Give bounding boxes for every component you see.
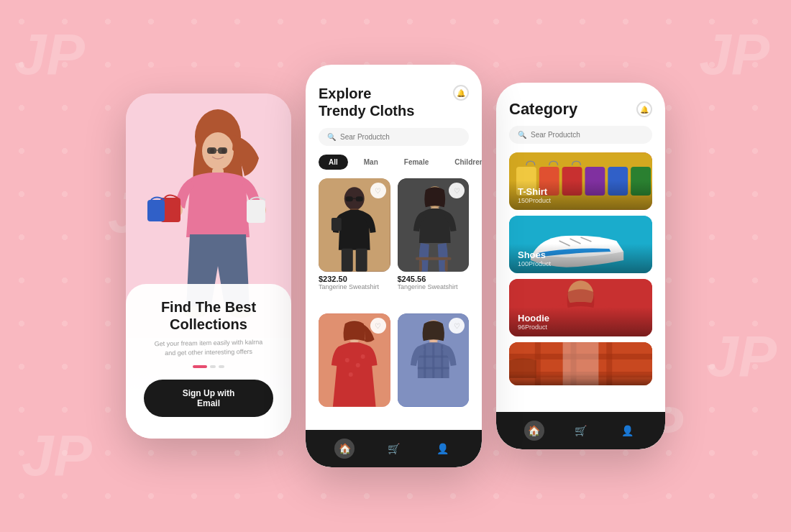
cat-nav-home-icon[interactable]: 🏠 bbox=[524, 421, 544, 441]
svg-rect-22 bbox=[356, 196, 363, 201]
watermark-5: JP bbox=[22, 423, 92, 489]
category-card-tshirt[interactable]: T-Shirt 150Product bbox=[509, 152, 652, 210]
product-card-2: ♡ $245.56 Tangerine Sweatshirt bbox=[398, 178, 470, 306]
product-card-4: ♡ bbox=[398, 313, 470, 423]
category-bell-icon[interactable]: 🔔 bbox=[636, 101, 652, 117]
category-search-input[interactable] bbox=[531, 131, 644, 139]
cat-all-button[interactable]: All bbox=[319, 155, 348, 170]
signup-button[interactable]: Sign Up with Email bbox=[144, 380, 273, 417]
product-card-1: ♡ $232.50 Tangerine Sweatshirt bbox=[319, 178, 390, 306]
svg-rect-30 bbox=[444, 260, 447, 272]
bell-icon[interactable]: 🔔 bbox=[453, 85, 469, 101]
category-bottom-nav: 🏠 🛒 👤 bbox=[496, 412, 665, 449]
category-header: Category 🔔 bbox=[496, 83, 665, 126]
dot-1 bbox=[193, 365, 207, 368]
onboard-content-area: Find The Best Collections Get your fream… bbox=[126, 284, 291, 439]
shoes-overlay: Shoes 100Product bbox=[509, 244, 652, 273]
svg-rect-14 bbox=[218, 147, 227, 154]
category-search-bar[interactable]: 🔍 bbox=[509, 126, 652, 144]
phone-explore: Explore Trendy Cloths 🔔 🔍 All Man Female… bbox=[306, 65, 482, 467]
nav-home-icon[interactable]: 🏠 bbox=[334, 439, 355, 459]
search-icon: 🔍 bbox=[327, 133, 336, 141]
hoodie-count: 96Product bbox=[518, 324, 644, 331]
svg-rect-24 bbox=[332, 218, 342, 231]
svg-rect-9 bbox=[147, 200, 165, 221]
svg-rect-13 bbox=[207, 147, 216, 154]
tshirt-overlay: T-Shirt 150Product bbox=[509, 180, 652, 210]
svg-point-34 bbox=[345, 358, 349, 362]
product-price-1: $232.50 bbox=[319, 275, 390, 283]
explore-title: Explore Trendy Cloths bbox=[319, 85, 414, 119]
screens-container: Find The Best Collections Get your fream… bbox=[126, 65, 665, 467]
product-price-2: $245.56 bbox=[398, 275, 470, 283]
wishlist-button-1[interactable]: ♡ bbox=[370, 183, 386, 198]
nav-profile-icon[interactable]: 👤 bbox=[433, 439, 453, 459]
dot-3 bbox=[219, 365, 224, 368]
cat-nav-cart-icon[interactable]: 🛒 bbox=[571, 421, 591, 441]
cat-nav-profile-icon[interactable]: 👤 bbox=[618, 421, 638, 441]
category-card-shoes[interactable]: Shoes 100Product bbox=[509, 216, 652, 273]
pagination-dots bbox=[140, 365, 277, 368]
category-title: Category bbox=[509, 100, 577, 119]
explore-bottom-nav: 🏠 🛒 👤 bbox=[306, 430, 482, 467]
shoes-count: 100Product bbox=[518, 260, 644, 267]
category-card-hoodie[interactable]: Hoodie 96Product bbox=[509, 279, 652, 336]
product-name-2: Tangerine Sweatshirt bbox=[398, 283, 470, 290]
product-card-3: ♡ bbox=[319, 313, 390, 423]
category-search-icon: 🔍 bbox=[518, 131, 526, 139]
svg-point-35 bbox=[356, 363, 360, 367]
svg-rect-21 bbox=[346, 196, 353, 201]
tshirt-name: T-Shirt bbox=[518, 186, 644, 197]
svg-rect-29 bbox=[419, 260, 421, 272]
phone-onboarding: Find The Best Collections Get your fream… bbox=[126, 93, 291, 439]
flannel-overlay bbox=[509, 374, 652, 385]
dot-2 bbox=[210, 365, 216, 368]
shoes-name: Shoes bbox=[518, 249, 644, 260]
watermark-6: JP bbox=[706, 324, 777, 390]
explore-header: Explore Trendy Cloths 🔔 bbox=[306, 65, 482, 128]
categories-list: T-Shirt 150Product bbox=[496, 152, 665, 406]
product-grid: ♡ $232.50 Tangerine Sweatshirt bbox=[306, 178, 482, 423]
nav-cart-icon[interactable]: 🛒 bbox=[383, 439, 403, 459]
category-filter: All Man Female Children bbox=[306, 155, 482, 178]
hoodie-name: Hoodie bbox=[518, 313, 644, 324]
watermark-1: JP bbox=[14, 22, 85, 88]
hoodie-overlay: Hoodie 96Product bbox=[509, 307, 652, 336]
wishlist-button-3[interactable]: ♡ bbox=[370, 318, 386, 334]
onboard-subtitle: Get your fream item easily with kalrnaan… bbox=[140, 337, 277, 357]
svg-rect-20 bbox=[356, 249, 367, 272]
wishlist-button-4[interactable]: ♡ bbox=[449, 318, 465, 334]
svg-rect-28 bbox=[415, 257, 451, 260]
svg-rect-19 bbox=[342, 249, 353, 272]
wishlist-button-2[interactable]: ♡ bbox=[449, 183, 465, 198]
explore-search-bar[interactable]: 🔍 bbox=[319, 128, 469, 146]
onboard-title: Find The Best Collections bbox=[140, 298, 277, 333]
cat-children-button[interactable]: Children bbox=[444, 155, 482, 170]
cat-female-button[interactable]: Female bbox=[394, 155, 439, 170]
svg-point-37 bbox=[361, 354, 365, 359]
tshirt-count: 150Product bbox=[518, 197, 644, 204]
search-input[interactable] bbox=[340, 133, 460, 141]
watermark-2: JP bbox=[699, 22, 769, 88]
svg-point-36 bbox=[349, 372, 353, 377]
product-name-1: Tangerine Sweatshirt bbox=[319, 283, 390, 290]
phone-category: Category 🔔 🔍 bbox=[496, 83, 665, 449]
category-card-flannel[interactable] bbox=[509, 342, 652, 385]
svg-rect-10 bbox=[247, 200, 265, 223]
cat-man-button[interactable]: Man bbox=[354, 155, 388, 170]
